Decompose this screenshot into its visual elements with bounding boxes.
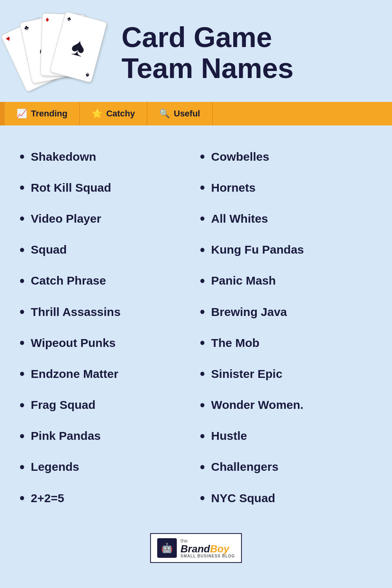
list-item: Shakedown (20, 141, 192, 172)
list-item: Brewing Java (200, 296, 372, 327)
brand-tagline: SMALL BUSINESS BLOG (181, 554, 235, 558)
list-item: Wipeout Punks (20, 327, 192, 358)
brand-mascot-icon: 🤖 (157, 538, 177, 558)
list-item: 2+2=5 (20, 483, 192, 514)
list-item: Wonder Women. (200, 390, 372, 421)
cards-illustration: ♥ ♣ ♥ ♣ ♣ ♣ ♦ ♠ ♦ ♠ ♠ ♠ (12, 12, 114, 94)
list-item: Endzone Matter (20, 358, 192, 389)
footer: 🤖 the BrandBoy SMALL BUSINESS BLOG (0, 525, 392, 575)
list-item: All Whites (200, 203, 372, 234)
title-block: Card Game Team Names (114, 22, 294, 84)
filter-left-accent (0, 102, 5, 125)
list-item: Thrill Assassins (20, 296, 192, 327)
useful-label: Useful (174, 109, 200, 119)
filter-bar: 📈 Trending ⭐ Catchy 🔍 Useful (0, 102, 392, 125)
list-item: Cowbelles (200, 141, 372, 172)
brand-name: BrandBoy (181, 544, 235, 554)
list-item: Hornets (200, 172, 372, 203)
page-title: Card Game Team Names (122, 22, 294, 84)
list-item: Legends (20, 452, 192, 483)
list-item: Kung Fu Pandas (200, 234, 372, 265)
list-item: Video Player (20, 203, 192, 234)
two-column-layout: Shakedown Rot Kill Squad Video Player Sq… (20, 141, 372, 514)
catchy-button[interactable]: ⭐ Catchy (80, 102, 147, 125)
team-list-left: Shakedown Rot Kill Squad Video Player Sq… (20, 141, 192, 514)
list-item: Hustle (200, 421, 372, 452)
header: ♥ ♣ ♥ ♣ ♣ ♣ ♦ ♠ ♦ ♠ ♠ ♠ (0, 0, 392, 102)
list-item: Rot Kill Squad (20, 172, 192, 203)
card-suit-bottom-4: ♠ (85, 72, 90, 80)
star-icon: ⭐ (92, 109, 102, 119)
list-item: Catch Phrase (20, 265, 192, 296)
list-item: The Mob (200, 327, 372, 358)
trending-label: Trending (31, 109, 67, 119)
card-suit-top-2: ♣ (24, 24, 29, 32)
page-wrapper: ♥ ♣ ♥ ♣ ♣ ♣ ♦ ♠ ♦ ♠ ♠ ♠ (0, 0, 392, 588)
trending-button[interactable]: 📈 Trending (5, 102, 80, 125)
list-item: Frag Squad (20, 390, 192, 421)
content-area: Shakedown Rot Kill Squad Video Player Sq… (0, 137, 392, 525)
trending-icon: 📈 (16, 109, 27, 119)
useful-button[interactable]: 🔍 Useful (147, 102, 212, 125)
card-suit-top-4: ♠ (67, 15, 72, 23)
list-item: Squad (20, 234, 192, 265)
team-list-right: Cowbelles Hornets All Whites Kung Fu Pan… (200, 141, 372, 514)
card-suit-top-1: ♥ (5, 35, 11, 43)
list-item: Sinister Epic (200, 358, 372, 389)
brand-text: the BrandBoy SMALL BUSINESS BLOG (181, 538, 235, 558)
brand-logo: 🤖 the BrandBoy SMALL BUSINESS BLOG (150, 533, 242, 563)
list-item: NYC Squad (200, 483, 372, 514)
card-suit-center-4: ♠ (69, 33, 88, 61)
list-item: Panic Mash (200, 265, 372, 296)
list-item: Challengers (200, 452, 372, 483)
search-icon: 🔍 (159, 109, 170, 119)
list-item: Pink Pandas (20, 421, 192, 452)
card-suit-top-3: ♦ (45, 16, 49, 23)
catchy-label: Catchy (106, 109, 135, 119)
